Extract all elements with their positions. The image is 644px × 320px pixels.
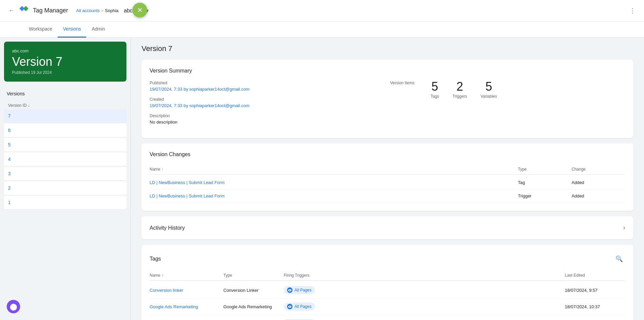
tags-col-edited: Last Edited [565,273,625,278]
version-list-item[interactable]: 6 [4,124,126,137]
summary-grid: Published 19/07/2024, 7:33 by sophiapark… [150,81,625,130]
breadcrumb-all-accounts[interactable]: All accounts [76,8,100,13]
content-panel: Version 7 Version Summary Published 19/0… [131,38,644,320]
trigger-badge[interactable]: All Pages [284,303,315,311]
change-type: Tag [518,180,572,185]
eye-icon [287,304,292,309]
change-name[interactable]: LD | NewBusiness | Submit Lead Form [150,193,518,198]
version-changes-header: Name ↑ Type Change [150,164,625,175]
close-icon: ✕ [137,6,143,14]
sub-nav: Workspace Versions Admin [0,21,644,38]
trigger-label: All Pages [294,304,312,309]
stats-container: 5Tags2Triggers5Variables [431,81,497,99]
close-overlay-button[interactable]: ✕ [132,3,147,17]
version-summary-heading: Version Summary [150,68,625,74]
col-change-header: Change [572,167,625,172]
app-title: Tag Manager [33,7,68,14]
top-nav: ← Tag Manager All accounts > Sophia abc.… [0,0,644,21]
tag-trigger: All Pages [284,286,565,294]
tag-type: Conversion Linker [223,288,284,293]
version-card-published: Published 19 Jul 2024 [12,70,118,75]
svg-point-3 [289,290,290,291]
version-card[interactable]: abc.com Version 7 Published 19 Jul 2024 [4,42,126,82]
breadcrumb: All accounts > Sophia [76,8,118,13]
breadcrumb-separator: > [101,8,104,13]
version-list-item[interactable]: 3 [4,167,126,181]
tag-row: Google Analytics Google Analytics: GA4 E… [150,315,625,320]
tab-workspace-label: Workspace [29,26,52,32]
stat-number: 2 [452,81,467,93]
col-type-header: Type [518,167,572,172]
tags-card: Tags 🔍 Name ↑ Type Firing Triggers Last … [142,245,633,320]
stat-number: 5 [481,81,497,93]
version-card-number: Version 7 [12,55,118,69]
description-value: No description [150,120,385,125]
tab-versions[interactable]: Versions [58,21,87,38]
stat-label: Variables [481,94,497,99]
tag-name[interactable]: Google Ads Remarketing [150,304,223,309]
change-type: Trigger [518,193,572,198]
version-list-item[interactable]: 7 [4,109,126,123]
version-list-item[interactable]: 1 [4,196,126,210]
tags-heading: Tags [150,256,161,262]
tag-name[interactable]: Conversion linker [150,288,223,293]
activity-expand-icon[interactable]: › [623,224,625,231]
trigger-badge[interactable]: All Pages [284,286,315,294]
version-id-header: Version ID ↓ [4,100,126,109]
search-icon: 🔍 [615,255,623,263]
more-options-button[interactable]: ⋮ [627,5,639,17]
stat-label: Tags [431,94,439,99]
trigger-label: All Pages [294,288,312,292]
svg-rect-1 [23,6,29,11]
tab-admin-label: Admin [92,26,105,32]
version-list-item[interactable]: 5 [4,138,126,152]
version-list-item[interactable]: 2 [4,181,126,195]
version-card-domain: abc.com [12,48,118,53]
sort-icon: ↑ [162,168,163,171]
activity-history-heading: Activity History [150,225,185,231]
tags-col-type: Type [223,273,284,278]
table-row: LD | NewBusiness | Submit Lead Form Trig… [150,189,625,203]
version-items-label: Version Items [390,81,415,85]
created-label: Created [150,97,385,102]
version-list-item[interactable]: 4 [4,152,126,166]
tags-rows: Conversion linker Conversion Linker All … [150,282,625,320]
page-title: Version 7 [142,44,633,53]
activity-history-card: Activity History › [142,216,633,239]
back-button[interactable]: ← [5,5,17,17]
change-name[interactable]: LD | NewBusiness | Submit Lead Form [150,180,518,185]
back-icon: ← [8,7,14,14]
created-value: 19/07/2024, 7:33 by sophiaparker14oct@gm… [150,103,385,108]
stat-item: 5Variables [481,81,497,99]
tags-col-name: Name ↑ [150,273,223,278]
stat-item: 5Tags [431,81,439,99]
tag-row: Google Ads Remarketing Google Ads Remark… [150,299,625,315]
version-changes-heading: Version Changes [150,151,625,157]
tag-trigger: All Pages [284,303,565,311]
main-layout: abc.com Version 7 Published 19 Jul 2024 … [0,38,644,320]
published-value: 19/07/2024, 7:33 by sophiaparker14oct@gm… [150,87,385,92]
versions-heading: Versions [4,90,126,98]
activity-row: Activity History › [150,224,625,231]
tag-last-edited: 18/07/2024, 10:37 [565,304,625,309]
stat-item: 2Triggers [452,81,467,99]
more-icon: ⋮ [630,7,636,14]
tab-workspace[interactable]: Workspace [23,21,58,38]
summary-right: Version Items 5Tags2Triggers5Variables [390,81,625,130]
tag-last-edited: 18/07/2024, 9:57 [565,288,625,293]
tags-col-triggers: Firing Triggers [284,273,565,278]
avatar-icon: ⬤ [10,303,17,311]
col-name-header: Name ↑ [150,167,518,172]
breadcrumb-account: Sophia [105,8,118,13]
tag-row: Conversion linker Conversion Linker All … [150,282,625,299]
user-avatar[interactable]: ⬤ [7,300,20,313]
description-field: Description No description [150,113,385,125]
name-sort-icon: ↑ [162,273,164,278]
tab-admin[interactable]: Admin [86,21,110,38]
tag-type: Google Ads Remarketing [223,304,284,309]
version-summary-card: Version Summary Published 19/07/2024, 7:… [142,60,633,138]
tags-search-button[interactable]: 🔍 [613,253,625,265]
sidebar: abc.com Version 7 Published 19 Jul 2024 … [0,38,131,320]
summary-left: Published 19/07/2024, 7:33 by sophiapark… [150,81,385,130]
tags-table-header: Name ↑ Type Firing Triggers Last Edited [150,270,625,281]
